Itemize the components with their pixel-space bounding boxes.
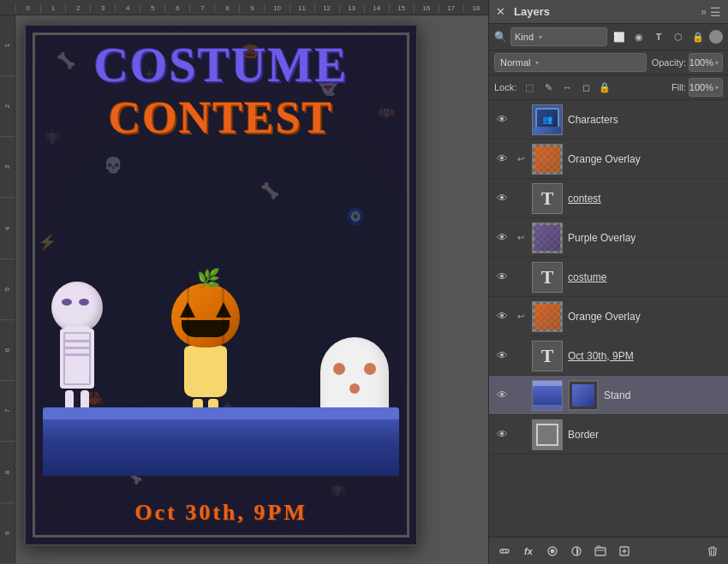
layer-info: Purple Overlay — [568, 232, 723, 244]
new-layer-button[interactable] — [614, 541, 635, 561]
layer-visibility-toggle[interactable]: 👁 — [494, 270, 510, 285]
selected-filter-icon[interactable] — [709, 30, 723, 44]
layer-visibility-toggle[interactable]: 👁 — [494, 151, 510, 167]
ruler-tick: 9 — [239, 4, 264, 13]
shape-filter-icon[interactable]: ⬡ — [670, 28, 687, 45]
layers-list: 👁 👥 Characters 👁 ↩ Orange Overlay 👁 — [489, 100, 728, 537]
layer-info: Stand — [604, 389, 723, 401]
lock-pixels-icon[interactable]: ✎ — [540, 80, 556, 95]
adjustment-filter-icon[interactable]: ◉ — [630, 28, 647, 45]
layer-name: contest — [568, 193, 723, 205]
layer-info: Oct 30th, 9PM — [568, 350, 723, 362]
layer-visibility-toggle[interactable]: 👁 — [494, 112, 510, 128]
stage-stand — [43, 407, 399, 476]
layer-row[interactable]: 👁 T costume — [489, 258, 728, 297]
ruler-top: 0 1 2 3 4 5 6 7 8 9 10 11 12 13 14 15 16… — [0, 0, 488, 15]
delete-layer-button[interactable] — [702, 541, 723, 561]
pixel-filter-icon[interactable]: ⬜ — [611, 28, 628, 45]
panel-collapse-button[interactable]: » — [701, 6, 707, 18]
kind-dropdown[interactable]: Kind ▾ — [510, 27, 607, 46]
lock-icons: ⬚ ✎ ↔ ◻ 🔒 — [522, 80, 612, 95]
layer-row[interactable]: 👁 Stand — [489, 376, 728, 415]
layer-visibility-toggle[interactable]: 👁 — [494, 309, 510, 324]
layer-name: costume — [568, 271, 723, 283]
layer-row[interactable]: 👁 Border — [489, 415, 728, 454]
ruler-tick-v: 5 — [0, 259, 15, 320]
add-mask-button[interactable] — [542, 541, 563, 561]
layer-name: Stand — [604, 389, 723, 401]
ruler-tick: 18 — [463, 4, 488, 13]
layer-thumbnail — [532, 380, 563, 411]
layer-row[interactable]: 👁 👥 Characters — [489, 100, 728, 140]
blending-mode-dropdown[interactable]: Normal ▾ — [494, 53, 647, 72]
layer-thumbnail-2 — [568, 380, 599, 411]
layer-row[interactable]: 👁 T contest — [489, 179, 728, 218]
layer-row[interactable]: 👁 ↩ Orange Overlay — [489, 140, 728, 179]
ruler-tick: 14 — [364, 4, 389, 13]
layer-name: Oct 30th, 9PM — [568, 350, 723, 362]
kind-chevron-icon: ▾ — [539, 33, 542, 41]
ruler-tick-v: 3 — [0, 137, 15, 198]
kind-label: Kind — [515, 32, 534, 42]
text-filter-icon[interactable]: T — [650, 28, 667, 45]
layer-visibility-toggle[interactable]: 👁 — [494, 427, 510, 442]
ruler-tick-v: 6 — [0, 320, 15, 381]
layer-name: Characters — [568, 114, 723, 126]
layer-link: ↩ — [515, 154, 527, 163]
new-group-button[interactable] — [590, 541, 611, 561]
layer-thumbnail — [532, 223, 563, 253]
search-icon: 🔍 — [494, 31, 507, 43]
add-layer-style-button[interactable]: fx — [518, 541, 539, 561]
layer-thumbnail — [532, 144, 563, 175]
lock-artboard-icon[interactable]: ◻ — [578, 80, 594, 95]
panel-close-button[interactable]: ✕ — [496, 5, 505, 18]
layer-visibility-toggle[interactable]: 👁 — [494, 191, 510, 206]
fill-group: Fill: 100% ▾ — [671, 78, 723, 97]
layer-thumbnail: 👥 — [532, 104, 563, 135]
ruler-tick: 15 — [389, 4, 414, 13]
ruler-tick: 1 — [40, 4, 65, 13]
skeleton-body — [60, 329, 94, 389]
layer-row[interactable]: 👁 T Oct 30th, 9PM — [489, 336, 728, 376]
canvas-area: 0 1 2 3 4 5 6 7 8 9 10 11 12 13 14 15 16… — [0, 0, 488, 564]
kind-filter-icons: ⬜ ◉ T ⬡ 🔒 — [611, 28, 723, 45]
layers-panel: ✕ Layers » ☰ 🔍 Kind ▾ ⬜ ◉ T ⬡ 🔒 Normal ▾… — [488, 0, 728, 564]
document-canvas[interactable]: 🦴 ✝ 🎃 👻 🦇 🕷 💀 🦴 🧿 ⚡ 🦷 💊 🦀 ✝ 👁 🦴 🕷 COS — [24, 24, 418, 546]
layer-info: costume — [568, 271, 723, 283]
opacity-input[interactable]: 100% ▾ — [689, 53, 723, 72]
fill-chevron-icon: ▾ — [715, 84, 719, 92]
ruler-tick-v: 4 — [0, 199, 15, 259]
layer-name: Purple Overlay — [568, 232, 723, 244]
ruler-tick: 10 — [264, 4, 289, 13]
layer-visibility-toggle[interactable]: 👁 — [494, 348, 510, 364]
link-layers-button[interactable] — [494, 541, 515, 561]
ruler-tick-v: 8 — [0, 442, 15, 503]
smart-filter-icon[interactable]: 🔒 — [689, 28, 707, 45]
layer-visibility-toggle[interactable]: 👁 — [494, 388, 510, 403]
characters-stage — [26, 219, 416, 476]
ruler-tick: 6 — [164, 4, 189, 13]
lock-transparency-icon[interactable]: ⬚ — [522, 80, 537, 95]
layer-thumbnail: T — [532, 183, 563, 214]
lock-position-icon[interactable]: ↔ — [559, 80, 575, 95]
panel-menu-button[interactable]: ☰ — [710, 5, 721, 19]
lock-all-icon[interactable]: 🔒 — [597, 80, 612, 95]
layer-thumbnail: T — [532, 341, 563, 371]
layer-visibility-toggle[interactable]: 👁 — [494, 230, 510, 246]
new-fill-adjustment-button[interactable] — [566, 541, 587, 561]
fill-input[interactable]: 100% ▾ — [689, 78, 723, 97]
panel-title: Layers — [505, 5, 701, 18]
layer-info: Orange Overlay — [568, 311, 723, 323]
poster-background: 🦴 ✝ 🎃 👻 🦇 🕷 💀 🦴 🧿 ⚡ 🦷 💊 🦀 ✝ 👁 🦴 🕷 COS — [26, 26, 416, 544]
ghost-eyes — [333, 363, 376, 375]
mode-chevron-icon: ▾ — [535, 59, 539, 67]
opacity-chevron-icon: ▾ — [715, 59, 719, 67]
opacity-label: Opacity: — [652, 57, 686, 68]
ruler-tick-v: 7 — [0, 381, 15, 442]
ruler-tick: 5 — [140, 4, 164, 13]
ruler-tick: 16 — [414, 4, 439, 13]
ghost-mouth — [349, 383, 360, 394]
ruler-tick: 7 — [189, 4, 214, 13]
layer-row[interactable]: 👁 ↩ Orange Overlay — [489, 297, 728, 336]
layer-row[interactable]: 👁 ↩ Purple Overlay — [489, 218, 728, 258]
